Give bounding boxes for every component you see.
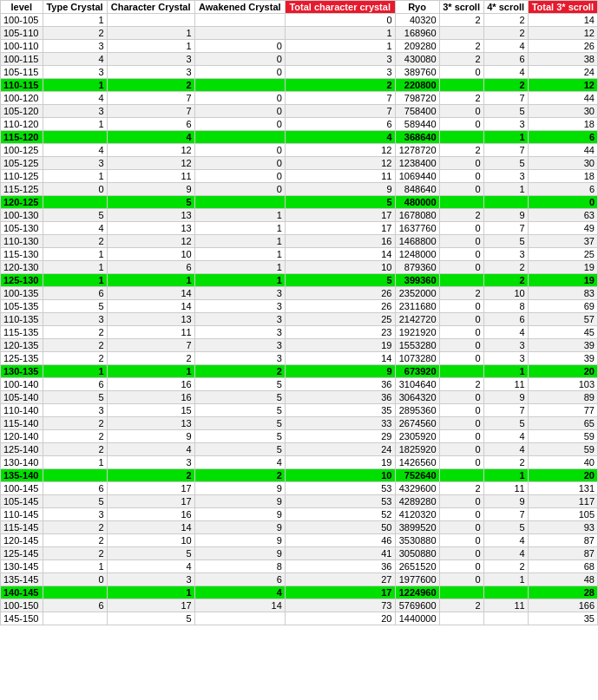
table-cell: 13 <box>107 222 194 235</box>
table-cell: 1069440 <box>395 170 439 183</box>
table-cell: 9 <box>107 183 194 196</box>
table-cell: 2 <box>107 352 194 365</box>
table-cell: 115-120 <box>1 131 43 144</box>
table-cell: 65 <box>528 417 597 430</box>
table-cell: 7 <box>483 92 528 105</box>
table-cell: 2 <box>483 79 528 92</box>
table-cell: 69 <box>528 300 597 313</box>
table-cell: 0 <box>439 352 483 365</box>
table-cell: 0 <box>439 573 483 586</box>
table-cell <box>483 196 528 209</box>
table-cell: 1 <box>43 274 107 287</box>
table-cell: 125-135 <box>1 352 43 365</box>
table-cell: 44 <box>528 144 597 157</box>
table-cell: 29 <box>285 430 395 443</box>
table-cell: 12 <box>285 157 395 170</box>
table-row: 130-1351129673920120 <box>1 365 598 378</box>
table-cell: 368640 <box>395 131 439 144</box>
table-row: 100-13051311716780802963 <box>1 209 598 222</box>
table-cell: 1 <box>483 183 528 196</box>
table-row: 100-1456179534329600211131 <box>1 482 598 495</box>
table-row: 115-13011011412480000325 <box>1 248 598 261</box>
table-cell: 2895360 <box>395 404 439 417</box>
col-total-3star: Total 3* scroll <box>528 1 597 14</box>
table-cell: 105-130 <box>1 222 43 235</box>
table-cell: 18 <box>528 170 597 183</box>
table-row: 135-1450362719776000148 <box>1 573 598 586</box>
table-cell: 1 <box>43 118 107 131</box>
table-cell: 1 <box>194 248 285 261</box>
table-cell: 2 <box>43 443 107 456</box>
table-cell: 13 <box>107 313 194 326</box>
table-cell: 14 <box>107 521 194 534</box>
table-row: 110-13531332521427200657 <box>1 313 598 326</box>
table-cell: 120-130 <box>1 261 43 274</box>
table-cell: 25 <box>285 313 395 326</box>
table-cell: 77 <box>528 404 597 417</box>
table-row: 120-130161108793600219 <box>1 261 598 274</box>
table-cell: 4 <box>107 131 194 144</box>
table-cell: 28 <box>528 586 597 599</box>
table-cell: 0 <box>439 508 483 521</box>
table-cell: 3 <box>107 66 194 79</box>
table-cell: 24 <box>285 443 395 456</box>
table-cell: 758400 <box>395 105 439 118</box>
table-cell: 105-120 <box>1 105 43 118</box>
table-cell: 2305920 <box>395 430 439 443</box>
table-cell: 7 <box>483 508 528 521</box>
table-cell: 5 <box>483 235 528 248</box>
col-total-char: Total character crystal <box>285 1 395 14</box>
table-cell: 0 <box>439 443 483 456</box>
table-cell: 0 <box>439 183 483 196</box>
table-cell: 117 <box>528 495 597 508</box>
table-cell: 12 <box>285 144 395 157</box>
table-cell: 3 <box>43 313 107 326</box>
table-cell: 5 <box>194 391 285 404</box>
table-cell <box>194 612 285 625</box>
table-cell: 100-115 <box>1 53 43 66</box>
table-cell: 4 <box>483 40 528 53</box>
table-cell: 110-135 <box>1 313 43 326</box>
table-cell: 4 <box>194 456 285 469</box>
table-cell: 7 <box>285 105 395 118</box>
table-cell: 115-125 <box>1 183 43 196</box>
table-cell: 110-145 <box>1 508 43 521</box>
table-cell: 50 <box>285 521 395 534</box>
table-cell: 120-140 <box>1 430 43 443</box>
table-cell: 100-105 <box>1 14 43 27</box>
table-row: 110-145316952412032007105 <box>1 508 598 521</box>
table-cell: 166 <box>528 599 597 612</box>
table-cell: 48 <box>528 573 597 586</box>
table-cell: 16 <box>107 508 194 521</box>
table-cell: 3 <box>43 404 107 417</box>
table-cell: 1825920 <box>395 443 439 456</box>
table-cell: 2352000 <box>395 287 439 300</box>
table-cell: 589440 <box>395 118 439 131</box>
table-cell: 2 <box>439 40 483 53</box>
table-cell: 848640 <box>395 183 439 196</box>
table-cell: 13 <box>107 417 194 430</box>
table-cell: 10 <box>285 469 395 482</box>
table-cell: 4 <box>483 547 528 560</box>
table-cell: 1238400 <box>395 157 439 170</box>
table-cell: 45 <box>528 326 597 339</box>
table-cell: 4289280 <box>395 495 439 508</box>
table-cell: 6 <box>483 313 528 326</box>
table-cell: 2 <box>194 365 285 378</box>
table-row: 105-13551432623116800869 <box>1 300 598 313</box>
table-row: 105-110211168960212 <box>1 27 598 40</box>
table-cell: 44 <box>528 92 597 105</box>
table-row: 110-115122220800212 <box>1 79 598 92</box>
table-cell: 135-140 <box>1 469 43 482</box>
table-cell <box>43 469 107 482</box>
table-cell <box>439 469 483 482</box>
table-cell: 5 <box>107 612 194 625</box>
table-cell: 4 <box>483 66 528 79</box>
table-cell: 11 <box>483 482 528 495</box>
col-3star: 3* scroll <box>439 1 483 14</box>
table-cell: 105-145 <box>1 495 43 508</box>
table-cell: 130-135 <box>1 365 43 378</box>
table-cell: 2 <box>483 560 528 573</box>
table-row: 105-145517953428928009117 <box>1 495 598 508</box>
table-row: 110-13021211614688000537 <box>1 235 598 248</box>
